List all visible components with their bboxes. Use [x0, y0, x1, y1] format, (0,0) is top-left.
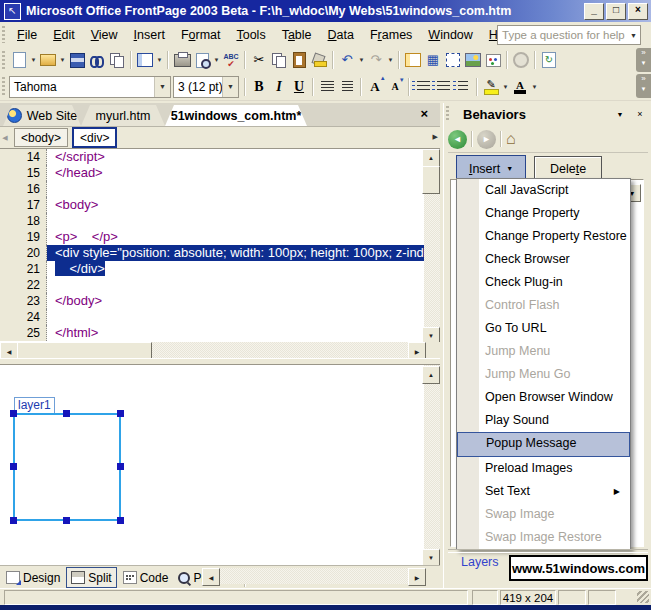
font-name-dropdown-icon[interactable]: ▼: [154, 77, 170, 97]
toggle-pane-button[interactable]: [135, 50, 155, 70]
maximize-button[interactable]: □: [606, 3, 626, 20]
help-dropdown-icon[interactable]: ▼: [630, 32, 640, 39]
redo-dropdown[interactable]: ▼: [386, 50, 395, 70]
align-center-button[interactable]: [337, 77, 357, 97]
undo-button[interactable]: ↶: [337, 50, 357, 70]
tag-scroll-right-icon[interactable]: ▶: [433, 133, 438, 141]
font-color-button[interactable]: A: [510, 77, 530, 97]
preview-button[interactable]: [192, 50, 212, 70]
close-button[interactable]: ×: [628, 3, 648, 20]
undo-dropdown[interactable]: ▼: [357, 50, 366, 70]
menu-format[interactable]: Format: [173, 25, 229, 45]
new-page-button[interactable]: [9, 50, 29, 70]
menu-item-go-to-url[interactable]: Go To URL: [457, 317, 630, 340]
font-color-dropdown[interactable]: ▼: [530, 77, 539, 97]
menu-item-check-browser[interactable]: Check Browser: [457, 248, 630, 271]
save-button[interactable]: [67, 50, 87, 70]
layer-name-tab[interactable]: layer1: [14, 397, 55, 414]
menu-item-play-sound[interactable]: Play Sound: [457, 409, 630, 432]
design-hscroll-track[interactable]: [202, 568, 424, 584]
tag-scroll-left-icon[interactable]: ◀: [0, 134, 10, 142]
menu-tools[interactable]: Tools: [228, 25, 273, 45]
web-component-button[interactable]: [403, 50, 423, 70]
design-view-button[interactable]: Design: [2, 568, 64, 587]
menu-item-change-property[interactable]: Change Property: [457, 202, 630, 225]
refresh-button[interactable]: ↻: [539, 50, 559, 70]
home-button[interactable]: ⌂: [506, 130, 516, 148]
new-page-dropdown[interactable]: ▼: [29, 50, 38, 70]
drawing-button[interactable]: [483, 50, 503, 70]
window-resize-grip[interactable]: [637, 591, 649, 603]
tab-myurl-htm[interactable]: myurl.htm: [81, 105, 165, 126]
toolbar-grip[interactable]: [2, 77, 5, 96]
print-button[interactable]: [172, 50, 192, 70]
bullet-list-button[interactable]: [433, 77, 453, 97]
menu-data[interactable]: Data: [320, 25, 362, 45]
format-painter-button[interactable]: [309, 50, 329, 70]
forward-button[interactable]: ►: [477, 130, 496, 149]
code-view-button[interactable]: Code: [119, 568, 173, 587]
resize-handle-n[interactable]: [63, 410, 70, 417]
layers-link[interactable]: Layers: [461, 555, 499, 569]
design-scroll-up-icon[interactable]: ▲: [422, 366, 440, 384]
copy-button[interactable]: [269, 50, 289, 70]
tab-web-site[interactable]: Web Site: [3, 105, 81, 126]
highlight-button[interactable]: ✎: [481, 77, 501, 97]
menu-item-popup-message[interactable]: Popup Message: [457, 432, 630, 457]
design-vscroll-track[interactable]: [424, 365, 440, 566]
open-button[interactable]: [38, 50, 58, 70]
indent-button[interactable]: [453, 77, 473, 97]
highlight-dropdown[interactable]: ▼: [501, 77, 510, 97]
resize-handle-ne[interactable]: [117, 410, 124, 417]
menu-table[interactable]: Table: [274, 25, 320, 45]
find-button[interactable]: [87, 50, 107, 70]
panel-close-icon[interactable]: ×: [632, 107, 648, 122]
tag-body-button[interactable]: <body>: [14, 128, 68, 147]
cut-button[interactable]: ✂: [249, 50, 269, 70]
tab-51windows-com-htm[interactable]: 51windows_com.htm*: [165, 105, 307, 126]
code-scroll-down-icon[interactable]: ▼: [422, 327, 440, 343]
decrease-font-button[interactable]: A▼: [385, 77, 405, 97]
underline-button[interactable]: U: [289, 77, 309, 97]
toolbar-grip[interactable]: [2, 51, 5, 69]
code-view[interactable]: 14</script> 15</head> 16 17<body> 18 19<…: [0, 148, 440, 343]
menu-item-preload-images[interactable]: Preload Images: [457, 457, 630, 480]
design-scroll-left-icon[interactable]: ◀: [202, 568, 220, 586]
open-dropdown[interactable]: ▼: [58, 50, 67, 70]
resize-handle-se[interactable]: [117, 517, 124, 524]
paste-button[interactable]: [289, 50, 309, 70]
close-document-icon[interactable]: ×: [420, 107, 428, 121]
panel-grip[interactable]: [446, 106, 449, 121]
design-view[interactable]: layer1 ▲ ▼: [0, 364, 440, 566]
menu-file[interactable]: File: [9, 25, 45, 45]
italic-button[interactable]: I: [269, 77, 289, 97]
design-scroll-right-icon[interactable]: ▶: [408, 568, 426, 586]
redo-button[interactable]: ↷: [366, 50, 386, 70]
code-vscroll-thumb[interactable]: [422, 166, 440, 194]
menu-edit[interactable]: Edit: [45, 25, 83, 45]
menu-window[interactable]: Window: [420, 25, 480, 45]
align-left-button[interactable]: [317, 77, 337, 97]
menubar-grip[interactable]: [2, 26, 5, 44]
menu-view[interactable]: View: [83, 25, 126, 45]
menu-item-open-browser-window[interactable]: Open Browser Window: [457, 386, 630, 409]
toggle-pane-dropdown[interactable]: ▼: [155, 50, 164, 70]
resize-handle-w[interactable]: [10, 463, 17, 470]
insert-table-button[interactable]: ▦: [423, 50, 443, 70]
draw-layer-button[interactable]: [443, 50, 463, 70]
menu-frames[interactable]: Frames: [362, 25, 420, 45]
minimize-button[interactable]: _: [584, 3, 604, 20]
preview-dropdown[interactable]: ▼: [212, 50, 221, 70]
insert-picture-button[interactable]: [463, 50, 483, 70]
tag-div-button[interactable]: <div>: [72, 127, 117, 148]
font-name-combo[interactable]: Tahoma ▼: [9, 76, 171, 98]
panel-menu-icon[interactable]: ▼: [612, 107, 628, 122]
resize-handle-nw[interactable]: [10, 410, 17, 417]
selected-layer-box[interactable]: [13, 413, 121, 521]
toolbar-options-chevron[interactable]: »▼: [636, 48, 651, 72]
font-size-dropdown-icon[interactable]: ▼: [222, 77, 238, 97]
publish-button[interactable]: [107, 50, 127, 70]
toolbar-options-chevron[interactable]: »▼: [636, 74, 651, 98]
resize-handle-sw[interactable]: [10, 517, 17, 524]
resize-handle-s[interactable]: [63, 517, 70, 524]
